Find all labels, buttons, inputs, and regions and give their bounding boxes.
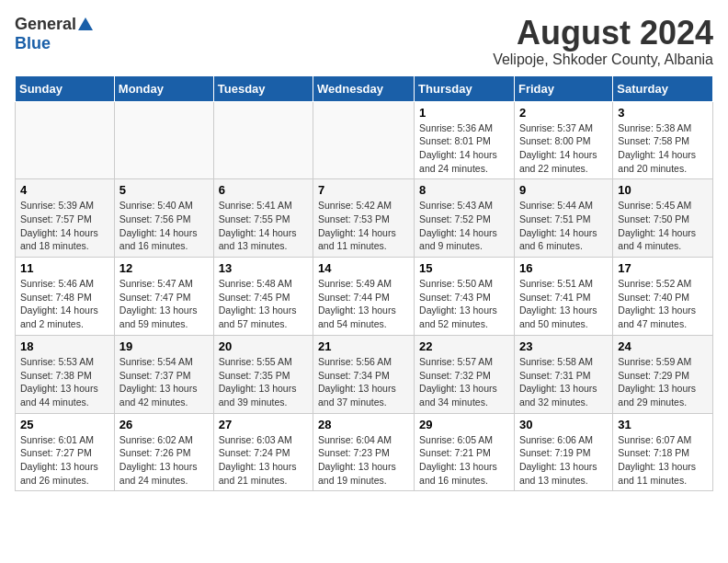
calendar-cell: 22Sunrise: 5:57 AM Sunset: 7:32 PM Dayli…: [415, 335, 515, 413]
cell-content: Sunrise: 5:47 AM Sunset: 7:47 PM Dayligh…: [119, 277, 209, 331]
cell-content: Sunrise: 5:51 AM Sunset: 7:41 PM Dayligh…: [519, 277, 608, 331]
calendar-cell: 5Sunrise: 5:40 AM Sunset: 7:56 PM Daylig…: [114, 179, 213, 258]
calendar-week-row: 11Sunrise: 5:46 AM Sunset: 7:48 PM Dayli…: [16, 258, 713, 336]
cell-content: Sunrise: 6:07 AM Sunset: 7:18 PM Dayligh…: [618, 433, 708, 488]
calendar-cell: 7Sunrise: 5:42 AM Sunset: 7:53 PM Daylig…: [313, 179, 415, 258]
cell-content: Sunrise: 5:46 AM Sunset: 7:48 PM Dayligh…: [20, 277, 109, 331]
calendar-cell: 6Sunrise: 5:41 AM Sunset: 7:55 PM Daylig…: [213, 179, 313, 258]
cell-content: Sunrise: 5:54 AM Sunset: 7:37 PM Dayligh…: [119, 355, 209, 409]
cell-content: Sunrise: 5:52 AM Sunset: 7:40 PM Dayligh…: [618, 277, 708, 331]
cell-content: Sunrise: 6:02 AM Sunset: 7:26 PM Dayligh…: [119, 433, 209, 488]
cell-content: Sunrise: 6:03 AM Sunset: 7:24 PM Dayligh…: [219, 433, 308, 488]
cell-content: Sunrise: 5:40 AM Sunset: 7:56 PM Dayligh…: [119, 199, 209, 253]
cell-content: Sunrise: 6:05 AM Sunset: 7:21 PM Dayligh…: [419, 433, 509, 488]
cell-content: Sunrise: 5:42 AM Sunset: 7:53 PM Dayligh…: [318, 199, 409, 253]
logo-blue-text: Blue: [15, 34, 51, 52]
title-area: August 2024 Velipoje, Shkoder County, Al…: [493, 15, 713, 68]
calendar-cell: 29Sunrise: 6:05 AM Sunset: 7:21 PM Dayli…: [415, 413, 515, 491]
day-number: 19: [119, 339, 209, 353]
day-number: 7: [318, 183, 409, 197]
cell-content: Sunrise: 5:50 AM Sunset: 7:43 PM Dayligh…: [419, 277, 509, 331]
calendar-cell: 25Sunrise: 6:01 AM Sunset: 7:27 PM Dayli…: [16, 413, 115, 491]
month-title: August 2024: [493, 15, 713, 52]
calendar-cell: 16Sunrise: 5:51 AM Sunset: 7:41 PM Dayli…: [514, 258, 612, 336]
day-number: 23: [519, 339, 608, 353]
cell-content: Sunrise: 6:06 AM Sunset: 7:19 PM Dayligh…: [519, 433, 608, 488]
weekday-monday: Monday: [114, 75, 213, 101]
calendar-cell: 27Sunrise: 6:03 AM Sunset: 7:24 PM Dayli…: [213, 413, 313, 491]
day-number: 12: [119, 261, 209, 275]
calendar-cell: 9Sunrise: 5:44 AM Sunset: 7:51 PM Daylig…: [514, 179, 612, 258]
day-number: 13: [219, 261, 308, 275]
weekday-thursday: Thursday: [415, 75, 515, 101]
logo-general-text: General: [15, 15, 76, 34]
calendar-cell: 4Sunrise: 5:39 AM Sunset: 7:57 PM Daylig…: [16, 179, 115, 258]
calendar-cell: 2Sunrise: 5:37 AM Sunset: 8:00 PM Daylig…: [514, 101, 612, 179]
page-header: General Blue August 2024 Velipoje, Shkod…: [15, 15, 713, 68]
calendar-cell: 26Sunrise: 6:02 AM Sunset: 7:26 PM Dayli…: [114, 413, 213, 491]
day-number: 31: [618, 418, 708, 431]
cell-content: Sunrise: 5:37 AM Sunset: 8:00 PM Dayligh…: [519, 121, 608, 176]
calendar-cell: 23Sunrise: 5:58 AM Sunset: 7:31 PM Dayli…: [514, 335, 612, 413]
calendar-cell: 28Sunrise: 6:04 AM Sunset: 7:23 PM Dayli…: [313, 413, 415, 491]
day-number: 25: [20, 418, 109, 431]
calendar-cell: 15Sunrise: 5:50 AM Sunset: 7:43 PM Dayli…: [415, 258, 515, 336]
calendar-week-row: 1Sunrise: 5:36 AM Sunset: 8:01 PM Daylig…: [16, 101, 713, 179]
calendar-cell: 19Sunrise: 5:54 AM Sunset: 7:37 PM Dayli…: [114, 335, 213, 413]
day-number: 6: [219, 183, 308, 197]
day-number: 17: [618, 261, 708, 275]
location-title: Velipoje, Shkoder County, Albania: [493, 52, 713, 68]
day-number: 10: [618, 183, 708, 197]
cell-content: Sunrise: 5:59 AM Sunset: 7:29 PM Dayligh…: [618, 355, 708, 409]
cell-content: Sunrise: 5:44 AM Sunset: 7:51 PM Dayligh…: [519, 199, 608, 253]
calendar-cell: 10Sunrise: 5:45 AM Sunset: 7:50 PM Dayli…: [613, 179, 713, 258]
day-number: 1: [419, 106, 509, 120]
weekday-saturday: Saturday: [613, 75, 713, 101]
day-number: 22: [419, 339, 509, 353]
cell-content: Sunrise: 5:45 AM Sunset: 7:50 PM Dayligh…: [618, 199, 708, 253]
day-number: 5: [119, 183, 209, 197]
day-number: 20: [219, 339, 308, 353]
calendar-cell: [114, 101, 213, 179]
day-number: 11: [20, 261, 109, 275]
cell-content: Sunrise: 5:36 AM Sunset: 8:01 PM Dayligh…: [419, 121, 509, 176]
calendar-body: 1Sunrise: 5:36 AM Sunset: 8:01 PM Daylig…: [16, 101, 713, 491]
day-number: 30: [519, 418, 608, 431]
day-number: 4: [20, 183, 109, 197]
cell-content: Sunrise: 5:38 AM Sunset: 7:58 PM Dayligh…: [618, 121, 708, 176]
calendar-cell: 31Sunrise: 6:07 AM Sunset: 7:18 PM Dayli…: [613, 413, 713, 491]
cell-content: Sunrise: 5:49 AM Sunset: 7:44 PM Dayligh…: [318, 277, 409, 331]
cell-content: Sunrise: 6:04 AM Sunset: 7:23 PM Dayligh…: [318, 433, 409, 488]
cell-content: Sunrise: 5:53 AM Sunset: 7:38 PM Dayligh…: [20, 355, 109, 409]
cell-content: Sunrise: 5:57 AM Sunset: 7:32 PM Dayligh…: [419, 355, 509, 409]
day-number: 14: [318, 261, 409, 275]
calendar-cell: 8Sunrise: 5:43 AM Sunset: 7:52 PM Daylig…: [415, 179, 515, 258]
day-number: 18: [20, 339, 109, 353]
cell-content: Sunrise: 5:55 AM Sunset: 7:35 PM Dayligh…: [219, 355, 308, 409]
calendar-cell: 24Sunrise: 5:59 AM Sunset: 7:29 PM Dayli…: [613, 335, 713, 413]
cell-content: Sunrise: 6:01 AM Sunset: 7:27 PM Dayligh…: [20, 433, 109, 488]
weekday-header-row: SundayMondayTuesdayWednesdayThursdayFrid…: [16, 75, 713, 101]
day-number: 28: [318, 418, 409, 431]
weekday-sunday: Sunday: [16, 75, 115, 101]
day-number: 21: [318, 339, 409, 353]
svg-marker-0: [78, 17, 93, 30]
cell-content: Sunrise: 5:39 AM Sunset: 7:57 PM Dayligh…: [20, 199, 109, 253]
calendar-cell: 1Sunrise: 5:36 AM Sunset: 8:01 PM Daylig…: [415, 101, 515, 179]
day-number: 8: [419, 183, 509, 197]
calendar-cell: [16, 101, 115, 179]
calendar-cell: 17Sunrise: 5:52 AM Sunset: 7:40 PM Dayli…: [613, 258, 713, 336]
weekday-tuesday: Tuesday: [213, 75, 313, 101]
cell-content: Sunrise: 5:41 AM Sunset: 7:55 PM Dayligh…: [219, 199, 308, 253]
logo: General Blue: [15, 15, 94, 53]
day-number: 29: [419, 418, 509, 431]
calendar-cell: 14Sunrise: 5:49 AM Sunset: 7:44 PM Dayli…: [313, 258, 415, 336]
calendar-cell: 20Sunrise: 5:55 AM Sunset: 7:35 PM Dayli…: [213, 335, 313, 413]
day-number: 2: [519, 106, 608, 120]
logo-triangle-icon: [77, 16, 94, 32]
day-number: 3: [618, 106, 708, 120]
calendar-cell: 21Sunrise: 5:56 AM Sunset: 7:34 PM Dayli…: [313, 335, 415, 413]
day-number: 9: [519, 183, 608, 197]
cell-content: Sunrise: 5:56 AM Sunset: 7:34 PM Dayligh…: [318, 355, 409, 409]
weekday-friday: Friday: [514, 75, 612, 101]
